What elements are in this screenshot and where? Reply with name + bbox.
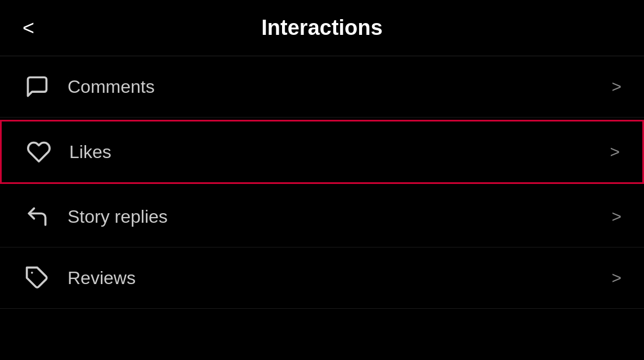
likes-label: Likes [69, 142, 610, 163]
likes-chevron: > [610, 142, 620, 161]
comments-chevron: > [611, 77, 621, 96]
menu-list: Comments > Likes > Story replies > [0, 56, 644, 360]
comments-label: Comments [68, 76, 611, 97]
comment-icon [23, 72, 52, 101]
story-replies-chevron: > [611, 207, 621, 226]
header: < Interactions [0, 0, 644, 56]
menu-item-likes[interactable]: Likes > [0, 120, 644, 184]
menu-item-story-replies[interactable]: Story replies > [0, 186, 644, 248]
tag-icon [23, 263, 52, 292]
menu-item-reviews[interactable]: Reviews > [0, 248, 644, 309]
reply-icon [23, 202, 52, 231]
menu-item-comments[interactable]: Comments > [0, 56, 644, 118]
page-title: Interactions [261, 16, 382, 40]
reviews-chevron: > [611, 268, 621, 287]
back-button[interactable]: < [23, 18, 34, 38]
interactions-screen: < Interactions Comments > Likes > [0, 0, 644, 360]
reviews-label: Reviews [68, 268, 611, 289]
heart-icon [24, 137, 53, 166]
story-replies-label: Story replies [68, 206, 611, 227]
